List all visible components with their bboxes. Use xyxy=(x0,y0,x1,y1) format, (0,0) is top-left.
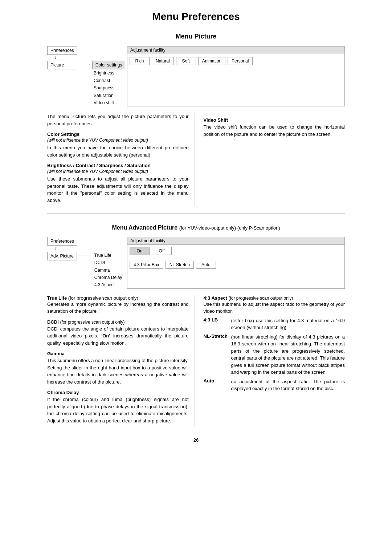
adv-tree-row: Adv. Picture ——→ True Life DCDI Gamma Ch… xyxy=(47,252,127,289)
adv-options-row2: 4:3 Pillar Box NL Stretch Auto xyxy=(127,259,344,270)
picture-options-row: Rich Natural Soft Animation Personal xyxy=(127,54,344,68)
picture-intro-text: The menu Picture lets you adjust the pic… xyxy=(47,113,189,127)
true-life-body: Generates a more dynamic picture by incr… xyxy=(47,301,189,315)
true-life-header-text: True Life (for progressive scan output o… xyxy=(47,295,189,301)
auto-desc: no adjustment of the aspect ratio. The p… xyxy=(231,378,345,392)
aspect43-note: (for progressive scan output only) xyxy=(228,296,293,301)
option-pillarbox[interactable]: 4:3 Pillar Box xyxy=(130,261,163,269)
adv-picture-box: Adv. Picture xyxy=(47,252,77,260)
option-animation[interactable]: Animation xyxy=(198,57,225,65)
nl-desc: (non linear stretching) for display of 4… xyxy=(231,333,345,376)
preferences-box: Preferences xyxy=(47,46,77,55)
picture-col-left: The menu Picture lets you adjust the pic… xyxy=(47,113,195,206)
option-nlstretch[interactable]: NL Stretch xyxy=(166,261,194,269)
video-shift-header: Video Shift xyxy=(204,117,345,123)
section1-title: Menu Picture xyxy=(47,33,345,40)
auto-term: Auto xyxy=(204,378,228,384)
dcdi-label: DCDi xyxy=(47,319,59,325)
color-settings-header: Color Settings xyxy=(47,131,189,137)
section2-main-label: Menu Advanced Picture xyxy=(112,224,177,231)
auto-item: Auto no adjustment of the aspect ratio. … xyxy=(204,378,345,392)
option-soft[interactable]: Soft xyxy=(176,57,196,65)
color-settings-item: Color settings xyxy=(92,61,125,69)
adv-arrow-down-icon: ↓ xyxy=(54,246,127,251)
picture-content-columns: The menu Picture lets you adjust the pic… xyxy=(47,113,345,206)
picture-col-right: Video Shift The video shift function can… xyxy=(202,113,345,206)
true-life-label: True Life xyxy=(47,295,67,301)
aspect43-item: 4:3 Aspect xyxy=(94,281,122,288)
option-rich[interactable]: Rich xyxy=(130,57,150,65)
chroma-delay-item: Chroma Delay xyxy=(94,274,122,281)
spacer2 xyxy=(127,270,344,272)
bcs-header: Brightness / Contrast / Sharpness / Satu… xyxy=(47,163,189,168)
adv-picture-menu-diagram: Preferences ↓ Adv. Picture ——→ True Life… xyxy=(47,237,345,288)
contrast-item: Contrast xyxy=(94,77,125,84)
option-natural[interactable]: Natural xyxy=(152,57,174,65)
adv-arrow-right-icon: ——→ xyxy=(78,252,91,258)
nl-term: NL-Stretch xyxy=(204,333,228,339)
dcdi-body: DCDi computes the angle of certain pictu… xyxy=(47,325,189,347)
main-title: Menu Preferences xyxy=(47,11,345,23)
section-divider xyxy=(47,213,345,214)
adv-adjustment-panel: Adjustment facility On Off 4:3 Pillar Bo… xyxy=(127,237,345,288)
aspect43-header-text: 4:3 Aspect (for progressive scan output … xyxy=(204,295,345,301)
adv-col-left: True Life (for progressive scan output o… xyxy=(47,295,195,427)
adv-preferences-box: Preferences xyxy=(47,237,77,246)
option-auto[interactable]: Auto xyxy=(196,261,216,269)
aspect43-label: 4:3 Aspect xyxy=(204,295,227,301)
option-off[interactable]: Off xyxy=(152,247,172,255)
arrow-right-icon: ——→ xyxy=(78,61,91,66)
dcdi-note: (for progressive scan output only) xyxy=(60,320,124,325)
option-personal[interactable]: Personal xyxy=(228,57,253,65)
adv-menu-tree: Preferences ↓ Adv. Picture ——→ True Life… xyxy=(47,237,127,288)
section2-subtitle: (for YUV-video-output only) (only P-Scan… xyxy=(179,225,280,231)
section2-title: Menu Advanced Picture (for YUV-video-out… xyxy=(47,224,345,231)
lb-desc: (letter box) use this setting for 4:3 ma… xyxy=(231,317,345,331)
picture-box: Picture xyxy=(47,61,76,69)
adv-adj-title-bar: Adjustment facility xyxy=(127,237,344,245)
picture-menu-diagram: Preferences ↓ Picture ——→ Color settings… xyxy=(47,46,345,106)
saturation-item: Saturation xyxy=(94,92,125,99)
gamma-item: Gamma xyxy=(94,267,122,274)
true-life-note: (for progressive scan output only) xyxy=(68,295,138,301)
dcdi-on-text: 'On' xyxy=(101,333,110,339)
bcs-body: Use these submenus to adjust all picture… xyxy=(47,175,189,204)
spacer xyxy=(127,256,344,259)
picture-tree-row: Picture ——→ Color settings Brightness Co… xyxy=(47,61,127,106)
true-life-item: True Life xyxy=(94,252,122,259)
option-on[interactable]: On xyxy=(130,247,150,255)
dcdi-item: DCDI xyxy=(94,259,122,266)
page-number: 26 xyxy=(47,437,345,443)
video-shift-body: The video shift function can be used to … xyxy=(204,123,345,138)
adv-submenu-items: True Life DCDI Gamma Chroma Delay 4:3 As… xyxy=(94,252,122,289)
arrow-down-icon: ↓ xyxy=(54,55,127,60)
brightness-item: Brightness xyxy=(94,69,125,77)
lb-item: 4:3 LB (letter box) use this setting for… xyxy=(204,317,345,331)
picture-submenu-items: Brightness Contrast Sharpness Saturation… xyxy=(94,69,125,106)
video-shift-item: Video shift xyxy=(94,99,125,106)
lb-term: 4:3 LB xyxy=(204,317,228,323)
adv-content-columns: True Life (for progressive scan output o… xyxy=(47,295,345,427)
adv-col-right: 4:3 Aspect (for progressive scan output … xyxy=(202,295,345,427)
gamma-body: This submenu offers a non-linear process… xyxy=(47,357,189,385)
color-settings-note: (will not influence the YUV Component vi… xyxy=(47,138,189,143)
picture-adjustment-panel: Adjustment facility Rich Natural Soft An… xyxy=(127,46,345,106)
picture-menu-tree: Preferences ↓ Picture ——→ Color settings… xyxy=(47,46,127,106)
adv-options-row1: On Off xyxy=(127,245,344,256)
adj-title-bar: Adjustment facility xyxy=(127,46,344,54)
aspect43-intro: Use this submenu to adjust the aspect ra… xyxy=(204,301,345,315)
nl-item: NL-Stretch (non linear stretching) for d… xyxy=(204,333,345,376)
bcs-note: (will not influence the YUV Component vi… xyxy=(47,169,189,174)
dcdi-header: DCDi (for progressive scan output only) xyxy=(47,319,189,325)
chroma-delay-header: Chroma Delay xyxy=(47,390,189,395)
sharpness-item: Sharpness xyxy=(94,84,125,92)
color-settings-body: In this menu you have the choice between… xyxy=(47,144,189,158)
gamma-header: Gamma xyxy=(47,351,189,356)
picture-sub-items: Color settings Brightness Contrast Sharp… xyxy=(92,61,125,106)
chroma-delay-body: If the chroma (colour) and luma (brightn… xyxy=(47,396,189,424)
